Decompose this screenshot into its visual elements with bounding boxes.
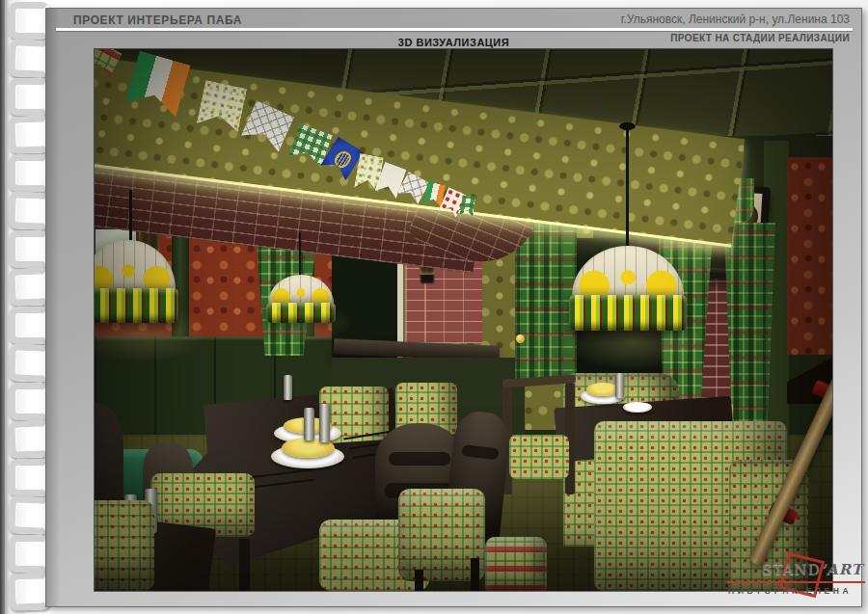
logo-brand: STAND’ART [762,561,863,578]
logo-divider [727,581,865,583]
page-title: ПРОЕКТ ИНТЕРЬЕРА ПАБА [73,13,242,27]
render-3d-visualization [95,49,832,591]
project-address: г.Ульяновск, Ленинский р-н, ул.Ленина 10… [621,13,850,26]
binding-ring [9,230,50,268]
section-label: 3D ВИЗУАЛИЗАЦИЯ [46,37,861,48]
comb-binding [0,0,50,614]
vignette-overlay [95,49,832,591]
logo-byline: ПИВТОРАК ЕЛЕНА [728,586,852,596]
logo-brand-part1: STAND [762,561,820,578]
binding-ring [9,2,50,40]
binding-ring [9,383,50,420]
binding-edge [0,0,5,614]
presentation-sheet: ПРОЕКТ ИНТЕРЬЕРА ПАБА г.Ульяновск, Ленин… [45,8,862,607]
logo-brand-part2: ’ART [821,561,863,578]
binding-ring [9,154,50,192]
binding-ring [9,459,50,496]
designer-logo: STAND’ART ПИВТОРАК ЕЛЕНА [727,561,865,600]
binding-ring [9,535,50,573]
sheet-fold-shadow [46,9,60,606]
binding-ring [9,307,50,344]
header-divider [56,28,853,31]
binding-ring [9,78,50,116]
